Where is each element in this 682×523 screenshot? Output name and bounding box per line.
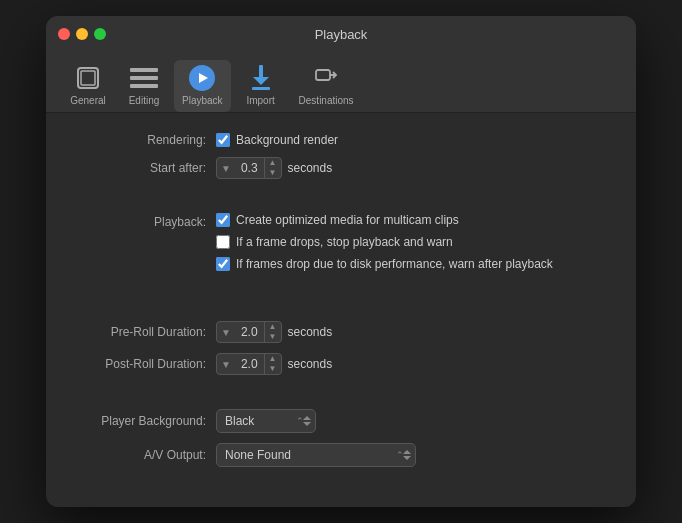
background-render-checkbox[interactable] [216,133,230,147]
spinner-down-arrow[interactable]: ▼ [217,158,235,178]
tab-general[interactable]: General [62,60,114,112]
av-output-row: A/V Output: None Found [76,443,606,467]
gap3 [76,305,606,321]
postroll-value: 2.0 [235,357,264,371]
svg-rect-2 [130,68,158,72]
gap2 [76,281,606,305]
traffic-lights [58,28,106,40]
postroll-unit: seconds [288,357,333,371]
disk-performance-label: If frames drop due to disk performance, … [236,257,553,271]
svg-rect-8 [316,70,330,80]
frame-drop-stop-checkbox[interactable] [216,235,230,249]
tab-editing[interactable]: Editing [118,60,170,112]
playback-label: Playback: [76,213,206,229]
playback-option2-row: If a frame drops, stop playback and warn [216,235,553,249]
svg-rect-3 [130,76,158,80]
toolbar: General Editing Playback [46,52,636,113]
gap1 [76,189,606,213]
editing-icon [130,64,158,92]
start-after-row: Start after: ▼ 0.3 ▲ ▼ seconds [76,157,606,179]
start-after-spinner: ▼ 0.3 ▲ ▼ [216,157,282,179]
general-tab-label: General [70,95,106,106]
rendering-row: Rendering: Background render [76,133,606,147]
disk-performance-checkbox[interactable] [216,257,230,271]
av-output-select-wrapper: None Found [216,443,416,467]
titlebar: Playback [46,16,636,52]
main-content: Rendering: Background render Start after… [46,113,636,507]
preroll-value: 2.0 [235,325,264,339]
start-after-value: 0.3 [235,161,264,175]
preroll-label: Pre-Roll Duration: [76,325,206,339]
optimized-media-label: Create optimized media for multicam clip… [236,213,459,227]
playback-icon [188,64,216,92]
player-background-select-wrapper: Black White Gray [216,409,316,433]
postroll-down-arrow[interactable]: ▼ [217,354,235,374]
minimize-button[interactable] [76,28,88,40]
preroll-unit: seconds [288,325,333,339]
preroll-arrows: ▲ ▼ [264,322,281,342]
svg-rect-7 [252,87,270,90]
svg-rect-4 [130,84,158,88]
svg-marker-6 [253,77,269,85]
svg-rect-5 [259,65,263,79]
postroll-arrows: ▲ ▼ [264,354,281,374]
player-background-row: Player Background: Black White Gray [76,409,606,433]
player-background-select[interactable]: Black White Gray [216,409,316,433]
postroll-label: Post-Roll Duration: [76,357,206,371]
tab-destinations[interactable]: Destinations [291,60,362,112]
import-tab-label: Import [246,95,274,106]
destinations-icon [312,64,340,92]
start-after-label: Start after: [76,161,206,175]
spinner-arrows: ▲ ▼ [264,158,281,178]
postroll-spinner: ▼ 2.0 ▲ ▼ [216,353,282,375]
av-output-label: A/V Output: [76,448,206,462]
playback-tab-label: Playback [182,95,223,106]
close-button[interactable] [58,28,70,40]
av-output-select[interactable]: None Found [216,443,416,467]
spinner-up-button[interactable]: ▲ [265,158,281,168]
spinner-down-button[interactable]: ▼ [265,168,281,178]
playback-option3-row: If frames drop due to disk performance, … [216,257,553,271]
preroll-down-arrow[interactable]: ▼ [217,322,235,342]
optimized-media-checkbox[interactable] [216,213,230,227]
general-icon [74,64,102,92]
main-window: Playback General Editing [46,16,636,507]
window-title: Playback [315,27,368,42]
playback-option1-row: Create optimized media for multicam clip… [216,213,553,227]
start-after-unit: seconds [288,161,333,175]
player-background-label: Player Background: [76,414,206,428]
destinations-tab-label: Destinations [299,95,354,106]
background-render-row: Background render [216,133,338,147]
playback-options-row: Playback: Create optimized media for mul… [76,213,606,271]
tab-import[interactable]: Import [235,60,287,112]
frame-drop-stop-label: If a frame drops, stop playback and warn [236,235,453,249]
maximize-button[interactable] [94,28,106,40]
preroll-row: Pre-Roll Duration: ▼ 2.0 ▲ ▼ seconds [76,321,606,343]
editing-tab-label: Editing [129,95,160,106]
rendering-label: Rendering: [76,133,206,147]
playback-options: Create optimized media for multicam clip… [216,213,553,271]
postroll-row: Post-Roll Duration: ▼ 2.0 ▲ ▼ seconds [76,353,606,375]
tab-playback[interactable]: Playback [174,60,231,112]
preroll-spinner: ▼ 2.0 ▲ ▼ [216,321,282,343]
import-icon [247,64,275,92]
background-render-label: Background render [236,133,338,147]
postroll-up-button[interactable]: ▲ [265,354,281,364]
preroll-up-button[interactable]: ▲ [265,322,281,332]
preroll-down-button[interactable]: ▼ [265,332,281,342]
svg-rect-1 [81,71,95,85]
gap4 [76,385,606,409]
postroll-down-button[interactable]: ▼ [265,364,281,374]
